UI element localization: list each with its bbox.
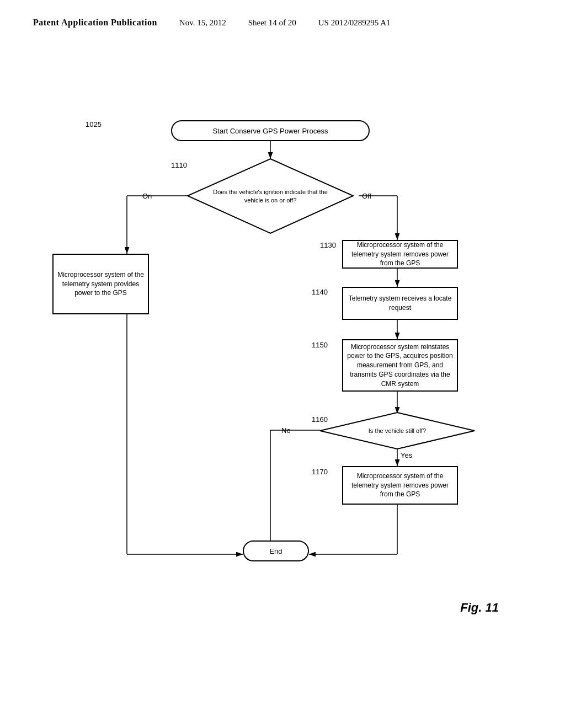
- node-1110-off-label: Off: [362, 192, 371, 200]
- node-1170-label: 1170: [312, 468, 328, 476]
- node-1110-on-label: On: [142, 192, 152, 200]
- node-1025-label: 1025: [86, 120, 102, 129]
- node-1150: Microprocessor system reinstates power t…: [342, 339, 458, 392]
- node-1140-text: Telemetry system receives a locate reque…: [347, 294, 454, 313]
- node-1140: Telemetry system receives a locate reque…: [342, 287, 458, 320]
- svg-marker-17: [320, 413, 475, 449]
- node-1110-label: 1110: [171, 161, 187, 169]
- node-start: Start Conserve GPS Power Process: [171, 120, 370, 141]
- node-end: End: [243, 540, 309, 561]
- node-1140-label: 1140: [312, 288, 328, 296]
- diagram-area: 1025 Start Conserve GPS Power Process 11…: [0, 39, 565, 645]
- header-date: Nov. 15, 2012: [179, 18, 226, 28]
- node-end-text: End: [269, 547, 282, 555]
- node-1170-text: Microprocessor system of the telemetry s…: [347, 472, 454, 499]
- node-1150-text: Microprocessor system reinstates power t…: [347, 342, 454, 389]
- figure-label: Fig. 11: [460, 601, 499, 615]
- node-1110-diamond: Does the vehicle's ignition indicate tha…: [188, 159, 353, 233]
- node-1120-text: Microprocessor system of the telemetry s…: [57, 270, 145, 298]
- node-1160-diamond: Is the vehicle still off?: [320, 413, 475, 449]
- node-1150-label: 1150: [312, 341, 328, 349]
- header-patent: US 2012/0289295 A1: [318, 18, 391, 28]
- node-1120: Microprocessor system of the telemetry s…: [52, 254, 149, 314]
- node-1160-yes-label: Yes: [401, 451, 412, 459]
- node-1130: Microprocessor system of the telemetry s…: [342, 240, 458, 269]
- header-title: Patent Application Publication: [33, 18, 157, 28]
- page-header: Patent Application Publication Nov. 15, …: [0, 0, 565, 28]
- node-1130-text: Microprocessor system of the telemetry s…: [347, 240, 454, 268]
- node-1160-no-label: No: [281, 426, 291, 435]
- node-1130-label: 1130: [320, 241, 336, 249]
- svg-marker-16: [188, 159, 353, 233]
- node-1170: Microprocessor system of the telemetry s…: [342, 466, 458, 505]
- header-sheet: Sheet 14 of 20: [248, 18, 296, 28]
- node-start-text: Start Conserve GPS Power Process: [213, 127, 328, 135]
